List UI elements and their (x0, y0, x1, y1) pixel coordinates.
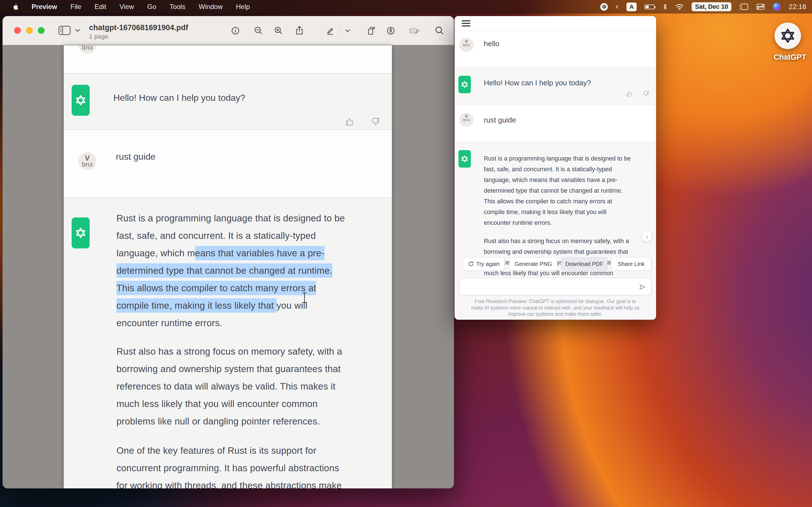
sidebar-toggle-button[interactable] (58, 25, 80, 36)
menu-item-tools[interactable]: Tools (169, 3, 185, 11)
text-line: concurrent programming. It has powerful … (116, 459, 342, 477)
menu-item-go[interactable]: Go (147, 3, 156, 11)
button-label: Generate PNG (515, 261, 552, 267)
menu-item-window[interactable]: Window (199, 3, 222, 11)
preview-window: chatgpt-1670681691904.pdf 1 page (3, 16, 454, 489)
text-line: references to data will always be valid.… (116, 378, 342, 395)
preview-titlebar[interactable]: chatgpt-1670681691904.pdf 1 page (3, 16, 454, 45)
download-pdf-button[interactable]: Download PDF (561, 257, 608, 271)
rotate-icon[interactable] (365, 25, 377, 36)
avatar-glyph: bnэ (79, 45, 96, 51)
back-chevron-icon[interactable]: ‹ (616, 2, 619, 10)
footer-line: improve our systems and make them safer. (455, 311, 656, 318)
selected-text: eans that variables have a pre- (195, 246, 324, 260)
button-label: Try again (476, 261, 500, 267)
chevron-down-icon[interactable] (343, 25, 352, 36)
text-line: fast, safe, and concurrent. It is a stat… (484, 164, 631, 175)
wifi-icon[interactable] (675, 4, 684, 10)
user-avatar: V bnэ (459, 38, 474, 52)
avatar-glyph: bnэ (459, 43, 474, 47)
chatgpt-export-window: V bnэ hello Hello! How can I help you to… (455, 16, 656, 320)
menu-item-preview[interactable]: Preview (32, 3, 57, 11)
text-line: fast, safe, and concurrent. It is a stat… (116, 227, 345, 244)
info-icon[interactable] (230, 25, 241, 36)
sketch-pen-icon[interactable] (385, 25, 396, 36)
try-again-button[interactable]: Try again (463, 257, 505, 271)
text-line: encounter runtime errors. (484, 217, 631, 228)
menu-hamburger-icon[interactable] (462, 20, 470, 28)
clock[interactable]: 22:16 (789, 3, 806, 11)
sidebar-icon (58, 25, 71, 36)
desktop-icon-chatgpt[interactable]: ChatGPT (774, 22, 802, 62)
chevron-down-icon (75, 29, 80, 33)
text-line: encounter runtime errors. (116, 314, 345, 332)
text-line: much less likely that you will encounter… (116, 395, 342, 413)
share-icon[interactable] (294, 25, 305, 36)
siri-icon[interactable] (773, 3, 781, 11)
share-link-button[interactable]: Share Link (611, 257, 651, 271)
thumbs-up-icon[interactable] (345, 116, 355, 127)
menu-bar: Preview FileEditViewGoToolsWindowHelp ‹ … (0, 0, 812, 13)
generate-png-button[interactable]: Generate PNG (509, 257, 557, 271)
zoom-button[interactable] (38, 27, 45, 34)
assistant-greeting: Hello! How can I help you today? (113, 93, 245, 103)
menu-item-view[interactable]: View (119, 3, 134, 11)
chat-row-assistant: Hello! How can I help you today? (455, 67, 656, 105)
close-button[interactable] (14, 27, 21, 34)
window-title: chatgpt-1670681691904.pdf (89, 23, 188, 32)
text-line: determined type that cannot be changed a… (116, 262, 345, 279)
text-line: Rust is a programming language that is d… (116, 210, 345, 227)
chat-header (455, 16, 656, 31)
text-line: borrowing and ownership system that guar… (116, 360, 342, 378)
send-icon[interactable] (639, 283, 646, 291)
user-prompt: rust guide (116, 152, 156, 162)
thumbs-up-icon[interactable] (626, 90, 633, 98)
screen-mirror-icon[interactable] (739, 3, 748, 10)
pdf-paragraph-2: Rust also has a strong focus on memory s… (116, 343, 342, 430)
minimize-button[interactable] (26, 27, 33, 34)
divider (64, 129, 392, 130)
form-fill-icon[interactable] (409, 25, 420, 36)
chat-input[interactable] (459, 278, 651, 295)
text-line: language, which means that variables hav… (484, 175, 631, 185)
user-avatar: V bnэ (79, 152, 96, 170)
scroll-to-bottom-button[interactable]: ↓ (642, 231, 652, 242)
pdf-page[interactable]: V bnэ Hello! How can I help you today? V… (64, 45, 392, 489)
chat-action-buttons: Try again Generate PNG Download PDF Shar… (455, 257, 656, 271)
date-widget[interactable]: Sat, Dec 10 (692, 2, 731, 11)
pdf-paragraph-3: One of the key features of Rust is its s… (116, 442, 342, 489)
divider (64, 198, 392, 198)
assistant-greeting: Hello! How can I help you today? (484, 78, 591, 87)
chatgpt-logo-icon (774, 22, 801, 49)
search-icon[interactable] (434, 25, 445, 36)
chatgpt-avatar-icon (71, 85, 90, 116)
thumbs-down-icon[interactable] (642, 90, 650, 98)
text-line: borrowing and ownership system that guar… (484, 246, 629, 257)
thumbs-down-icon[interactable] (370, 116, 380, 127)
chat-row-user: V bnэ rust guide (455, 105, 656, 142)
text-line: language, which means that variables hav… (116, 244, 345, 262)
zoom-in-icon[interactable] (273, 25, 284, 36)
chatgpt-status-icon[interactable] (600, 3, 608, 11)
avatar-glyph: bnэ (459, 118, 474, 122)
user-avatar: V bnэ (459, 113, 474, 127)
bluetooth-icon[interactable] (663, 3, 667, 10)
text-line: This allows the compiler to catch many e… (116, 279, 345, 297)
menu-item-file[interactable]: File (70, 3, 82, 11)
menu-item-edit[interactable]: Edit (94, 3, 106, 11)
menu-bar-left: Preview FileEditViewGoToolsWindowHelp (0, 3, 250, 11)
zoom-out-icon[interactable] (253, 25, 264, 36)
battery-icon[interactable] (645, 4, 655, 9)
chatgpt-avatar-icon (458, 150, 471, 168)
selected-text: determined type that cannot be changed a… (116, 263, 333, 278)
apple-menu-icon[interactable] (12, 3, 18, 10)
button-label: Share Link (618, 261, 645, 267)
chatgpt-avatar-icon (71, 217, 90, 248)
control-center-icon[interactable] (756, 4, 765, 10)
text-line: problems like null or dangling pointer r… (116, 413, 342, 430)
input-source-icon[interactable]: A (626, 3, 637, 11)
chatgpt-avatar-icon (458, 76, 471, 93)
footer-line: Free Research Preview: ChatGPT is optimi… (455, 298, 656, 305)
menu-item-help[interactable]: Help (236, 3, 250, 11)
markup-pencil-icon[interactable] (324, 25, 336, 36)
